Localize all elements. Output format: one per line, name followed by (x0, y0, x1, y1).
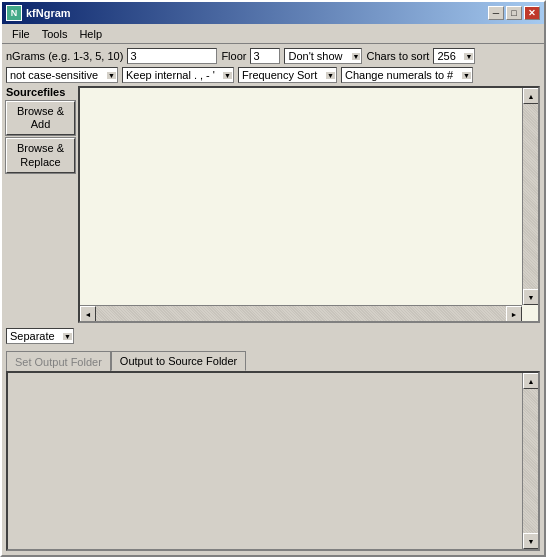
browse-replace-button[interactable]: Browse &Replace (6, 138, 75, 172)
frequency-sort-select[interactable]: Frequency Sort (238, 67, 337, 83)
menu-help[interactable]: Help (73, 26, 108, 42)
horizontal-scrollbar[interactable]: ◄ ► (80, 305, 522, 321)
file-list[interactable] (80, 88, 538, 321)
case-sensitive-wrapper: not case-sensitive (6, 67, 118, 83)
scroll-left-button[interactable]: ◄ (80, 306, 96, 322)
output-scroll-down[interactable]: ▼ (523, 533, 539, 549)
main-content: nGrams (e.g. 1-3, 5, 10) Floor Don't sho… (2, 44, 544, 555)
output-to-source-tab[interactable]: Output to Source Folder (111, 351, 246, 371)
app-icon: N (6, 5, 22, 21)
output-vertical-scrollbar[interactable]: ▲ ▼ (522, 373, 538, 549)
output-scroll-up[interactable]: ▲ (523, 373, 539, 389)
dont-show-wrapper: Don't show (284, 48, 362, 64)
browse-add-button[interactable]: Browse &Add (6, 101, 75, 135)
chars-to-sort-label: Chars to sort (366, 50, 429, 62)
title-bar-left: N kfNgram (6, 5, 71, 21)
case-sensitive-select[interactable]: not case-sensitive (6, 67, 118, 83)
file-list-container: ▲ ▼ ◄ ► (78, 86, 540, 323)
toolbar-row2: not case-sensitive Keep internal . , - '… (6, 67, 540, 83)
scroll-right-button[interactable]: ► (506, 306, 522, 322)
window-title: kfNgram (26, 7, 71, 19)
menu-tools[interactable]: Tools (36, 26, 74, 42)
scroll-up-button[interactable]: ▲ (523, 88, 539, 104)
scroll-down-button[interactable]: ▼ (523, 289, 539, 305)
keep-internal-wrapper: Keep internal . , - ' (122, 67, 234, 83)
app-window: N kfNgram ─ □ ✕ File Tools Help nGrams (… (0, 0, 546, 557)
separate-wrapper: Separate (6, 328, 74, 344)
change-numerals-select[interactable]: Change numerals to # (341, 67, 473, 83)
chars-to-sort-select[interactable]: 256 (433, 48, 475, 64)
separate-select[interactable]: Separate (6, 328, 74, 344)
menu-file[interactable]: File (6, 26, 36, 42)
title-buttons: ─ □ ✕ (488, 6, 540, 20)
menu-bar: File Tools Help (2, 24, 544, 44)
minimize-button[interactable]: ─ (488, 6, 504, 20)
dont-show-select[interactable]: Don't show (284, 48, 362, 64)
ngrams-label: nGrams (e.g. 1-3, 5, 10) (6, 50, 123, 62)
frequency-sort-wrapper: Frequency Sort (238, 67, 337, 83)
sidebar: Sourcefiles Browse &Add Browse &Replace (6, 86, 78, 323)
change-numerals-wrapper: Change numerals to # (341, 67, 473, 83)
title-bar: N kfNgram ─ □ ✕ (2, 2, 544, 24)
output-section: Set Output Folder Output to Source Folde… (6, 349, 540, 551)
scroll-track-h (96, 306, 506, 321)
chars-to-sort-wrapper: 256 (433, 48, 475, 64)
main-area: Sourcefiles Browse &Add Browse &Replace … (6, 86, 540, 323)
output-area: ▲ ▼ (6, 371, 540, 551)
toolbar-row1: nGrams (e.g. 1-3, 5, 10) Floor Don't sho… (6, 48, 540, 64)
floor-label: Floor (221, 50, 246, 62)
close-button[interactable]: ✕ (524, 6, 540, 20)
sourcefiles-title: Sourcefiles (6, 86, 75, 98)
maximize-button[interactable]: □ (506, 6, 522, 20)
vertical-scrollbar[interactable]: ▲ ▼ (522, 88, 538, 305)
output-scroll-track (523, 389, 538, 533)
scroll-track-v (523, 104, 538, 289)
bottom-row: Separate (6, 326, 540, 346)
ngrams-input[interactable] (127, 48, 217, 64)
floor-input[interactable] (250, 48, 280, 64)
output-tabs: Set Output Folder Output to Source Folde… (6, 349, 540, 371)
keep-internal-select[interactable]: Keep internal . , - ' (122, 67, 234, 83)
set-output-folder-tab[interactable]: Set Output Folder (6, 351, 111, 371)
